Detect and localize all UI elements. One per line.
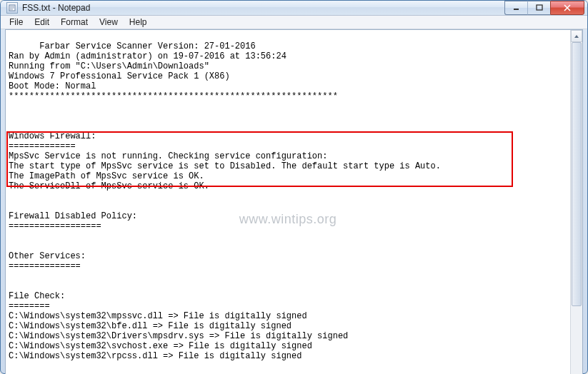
menu-help[interactable]: Help [124,16,153,29]
svg-marker-8 [574,35,579,38]
file-content: Farbar Service Scanner Version: 27-01-20… [9,41,441,361]
window-title: FSS.txt - Notepad [22,3,504,13]
menu-edit[interactable]: Edit [29,16,55,29]
text-editor[interactable]: Farbar Service Scanner Version: 27-01-20… [6,30,570,374]
scroll-thumb[interactable] [572,42,582,306]
watermark-text: www.wintips.org [239,214,337,224]
content-area: Farbar Service Scanner Version: 27-01-20… [5,29,583,374]
minimize-button[interactable] [504,1,527,15]
window-buttons [504,1,584,15]
vertical-scrollbar[interactable] [570,30,582,374]
menu-format[interactable]: Format [55,16,94,29]
scroll-track[interactable] [571,42,582,374]
titlebar[interactable]: FSS.txt - Notepad [1,1,587,15]
menu-file[interactable]: File [4,16,29,29]
menubar: File Edit Format View Help [1,15,587,29]
maximize-button[interactable] [527,1,550,15]
svg-rect-5 [537,5,542,10]
menu-view[interactable]: View [94,16,124,29]
close-button[interactable] [550,1,584,15]
notepad-icon [6,2,18,14]
window-frame: FSS.txt - Notepad File Edit Format View … [0,0,588,374]
scroll-up-arrow[interactable] [571,30,582,42]
